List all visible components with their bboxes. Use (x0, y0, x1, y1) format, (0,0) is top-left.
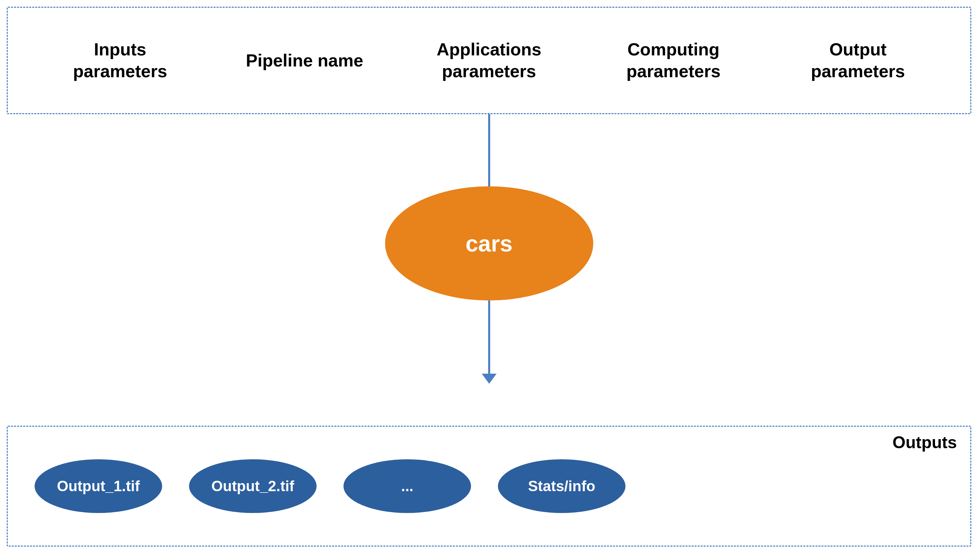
header-col-pipeline: Pipeline name (212, 50, 397, 72)
output-ellipse-1: Output_1.tif (35, 459, 162, 513)
output-ellipse-3: ... (343, 459, 471, 513)
header-box: Inputs parameters Pipeline name Applicat… (7, 7, 971, 114)
output-ellipse-4: Stats/info (498, 459, 625, 513)
output-box: Outputs Output_1.tif Output_2.tif ... St… (7, 426, 971, 547)
diagram-container: Inputs parameters Pipeline name Applicat… (0, 0, 978, 560)
pipeline-name-label: Pipeline name (246, 51, 363, 70)
header-col-applications: Applications parameters (397, 38, 581, 82)
pipeline-name: cars (466, 230, 513, 257)
arrow-top (488, 114, 490, 188)
header-col-computing: Computing parameters (581, 38, 765, 82)
pipeline-ellipse: cars (385, 186, 593, 300)
output-3-label: ... (401, 478, 414, 495)
header-col-inputs: Inputs parameters (28, 38, 212, 82)
arrow-bottom (488, 300, 490, 374)
header-col-output-params: Output parameters (766, 38, 950, 82)
output-parameters-label: Output parameters (811, 40, 905, 81)
output-4-label: Stats/info (528, 478, 595, 495)
applications-parameters-label: Applications parameters (437, 40, 541, 81)
output-2-label: Output_2.tif (212, 478, 295, 495)
computing-parameters-label: Computing parameters (626, 40, 720, 81)
output-ellipses-container: Output_1.tif Output_2.tif ... Stats/info (8, 427, 970, 545)
outputs-title: Outputs (892, 433, 957, 452)
header-columns: Inputs parameters Pipeline name Applicat… (8, 8, 970, 113)
output-ellipse-2: Output_2.tif (189, 459, 317, 513)
inputs-parameters-label: Inputs parameters (73, 40, 167, 81)
output-1-label: Output_1.tif (57, 478, 140, 495)
